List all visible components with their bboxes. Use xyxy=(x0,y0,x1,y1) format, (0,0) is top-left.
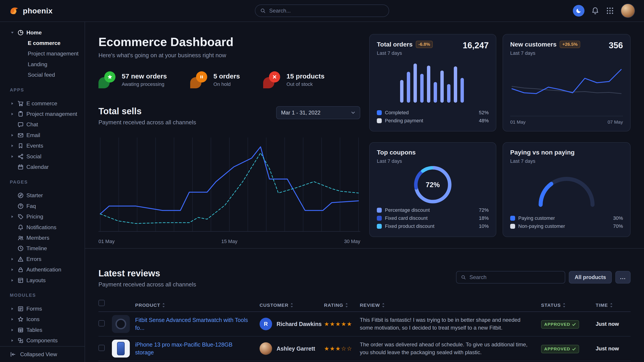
date-range-select[interactable]: Mar 1 - 31, 2022 xyxy=(276,106,360,119)
sidebar-item-label: Events xyxy=(26,143,43,149)
legend-swatch xyxy=(377,224,382,229)
total-orders-chart xyxy=(377,56,489,108)
customer-name: Ashley Garrett xyxy=(276,346,315,352)
sidebar-item-components[interactable]: Components xyxy=(0,335,84,346)
sidebar-item-events[interactable]: Events xyxy=(0,141,84,151)
sidebar-item-forms[interactable]: Forms xyxy=(0,304,84,314)
more-actions-button[interactable]: ... xyxy=(615,271,630,284)
sidebar-item-label: Faq xyxy=(26,203,36,209)
x-label: 07 May xyxy=(608,119,623,125)
question-icon xyxy=(18,203,24,209)
sidebar-item-landing[interactable]: Landing xyxy=(0,59,84,69)
svg-text:72%: 72% xyxy=(426,181,440,189)
column-header-review[interactable]: REVIEW xyxy=(360,303,541,308)
total-orders-value: 16,247 xyxy=(463,41,489,50)
total-sells-x-axis: 01 May 15 May 30 May xyxy=(98,239,360,244)
sidebar-item-members[interactable]: Members xyxy=(0,233,84,243)
sidebar-item-project-management[interactable]: Project management xyxy=(0,48,84,59)
all-products-button[interactable]: All products xyxy=(569,271,612,284)
column-header-time[interactable]: TIME xyxy=(596,303,630,308)
column-header-label: TIME xyxy=(596,303,608,308)
sidebar-item-notifications[interactable]: Notifications xyxy=(0,222,84,233)
legend-swatch xyxy=(377,110,382,115)
new-customers-value: 356 xyxy=(609,41,623,50)
sidebar-item-label: Project management xyxy=(26,111,77,117)
brand[interactable]: phoenix xyxy=(9,6,85,16)
caret-spacer xyxy=(10,165,15,169)
review-row xyxy=(98,361,630,362)
sidebar-item-authentication[interactable]: Authentication xyxy=(0,264,84,275)
column-header-label: PRODUCT xyxy=(135,303,160,308)
caret-right-icon xyxy=(10,268,15,272)
apps-grid-button[interactable] xyxy=(606,7,614,15)
customer-avatar xyxy=(260,342,272,355)
sidebar-item-label: Starter xyxy=(26,192,43,199)
sort-icon xyxy=(162,303,165,308)
sidebar-item-tables[interactable]: Tables xyxy=(0,325,84,335)
new-customers-x-axis: 01 May 07 May xyxy=(510,116,623,125)
reviews-table: PRODUCTCUSTOMERRATINGREVIEWSTATUSTIMEFit… xyxy=(98,300,630,362)
column-header-status[interactable]: STATUS xyxy=(541,303,596,308)
xmark-icon xyxy=(269,71,280,82)
sidebar-item-timeline[interactable]: Timeline xyxy=(0,243,84,254)
x-label: 01 May xyxy=(98,239,114,244)
sidebar-item-layouts[interactable]: Layouts xyxy=(0,275,84,286)
users-icon xyxy=(18,235,24,241)
product-link[interactable]: iPhone 13 pro max-Pacific Blue-128GB sto… xyxy=(135,341,260,357)
total-orders-period: Last 7 days xyxy=(377,50,433,56)
legend-label: Pending payment xyxy=(385,118,423,124)
customer-cell: RRichard Dawkins xyxy=(260,318,324,330)
sidebar-item-label: Components xyxy=(26,338,58,344)
sidebar-item-social-feed[interactable]: Social feed xyxy=(0,70,84,80)
row-checkbox[interactable] xyxy=(98,345,105,351)
sidebar-item-starter[interactable]: Starter xyxy=(0,190,84,201)
theme-toggle-button[interactable] xyxy=(573,5,584,16)
sort-icon xyxy=(610,303,613,308)
sidebar-item-label: Icons xyxy=(26,316,40,323)
sidebar-item-label: Authentication xyxy=(26,267,61,273)
reviews-controls: All products ... xyxy=(456,271,630,284)
sidebar-item-chat[interactable]: Chat xyxy=(0,119,84,130)
sidebar-item-pricing[interactable]: Pricing xyxy=(0,211,84,222)
legend-value: 70% xyxy=(613,223,623,229)
caret-right-icon xyxy=(10,101,15,105)
caret-right-icon xyxy=(10,112,15,116)
row-checkbox[interactable] xyxy=(98,320,105,327)
header-checkbox-cell xyxy=(98,300,112,308)
total-sells-subtitle: Payment received across all channels xyxy=(98,119,196,126)
sidebar-item-project-management[interactable]: Project management xyxy=(0,109,84,119)
review-time: Just now xyxy=(596,346,630,352)
navbar-search-input[interactable] xyxy=(269,7,384,14)
legend-value: 18% xyxy=(479,215,489,221)
stat-on-hold: 5 ordersOn hold xyxy=(190,71,240,88)
share-icon xyxy=(18,153,24,160)
search-icon xyxy=(461,275,466,280)
reviews-search-input[interactable] xyxy=(470,274,560,280)
total-sells-title: Total sells xyxy=(98,106,196,116)
chat-icon xyxy=(18,121,24,128)
sidebar-item-calendar[interactable]: Calendar xyxy=(0,162,84,172)
sidebar-item-home[interactable]: Home xyxy=(0,27,84,38)
sidebar-item-email[interactable]: Email xyxy=(0,130,84,140)
reviews-search xyxy=(456,271,565,284)
notifications-button[interactable] xyxy=(591,7,599,15)
row-checkbox-cell xyxy=(98,320,112,328)
sidebar-item-social[interactable]: Social xyxy=(0,151,84,162)
sidebar-item-faq[interactable]: Faq xyxy=(0,201,84,211)
x-label: 30 May xyxy=(344,239,360,244)
sidebar-item-label: Home xyxy=(26,29,42,36)
rating-stars: ★★★☆☆ xyxy=(324,345,360,352)
sidebar-item-icons[interactable]: Icons xyxy=(0,314,84,325)
product-link[interactable]: Fitbit Sense Advanced Smartwatch with To… xyxy=(135,316,260,332)
column-header-rating[interactable]: RATING xyxy=(324,303,360,308)
sidebar-item-label: Layouts xyxy=(26,277,46,284)
select-all-checkbox[interactable] xyxy=(98,300,105,306)
user-avatar[interactable] xyxy=(621,3,635,18)
sidebar-item-e-commerce[interactable]: E commerce xyxy=(0,38,84,48)
sidebar-item-e-commerce[interactable]: E commerce xyxy=(0,98,84,109)
column-header-product[interactable]: PRODUCT xyxy=(135,303,260,308)
collapse-sidebar-button[interactable]: Collapsed View xyxy=(0,346,84,362)
clock-icon xyxy=(18,245,24,252)
column-header-customer[interactable]: CUSTOMER xyxy=(260,303,324,308)
sidebar-item-errors[interactable]: Errors xyxy=(0,254,84,264)
